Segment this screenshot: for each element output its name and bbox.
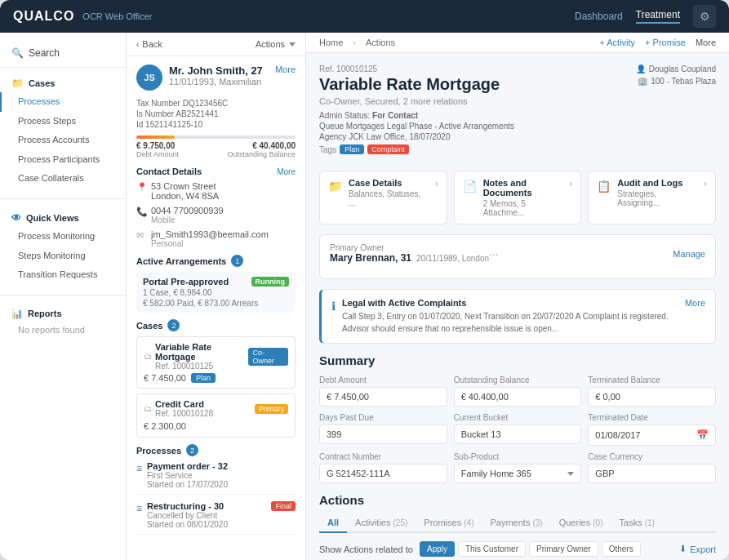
filter-primary-owner[interactable]: Primary Owner (529, 541, 598, 557)
summary-value-1: € 40.400,00 (454, 387, 582, 407)
summary-label-2: Terminated Balance (588, 376, 716, 384)
process-info-0: Payment order - 32 First Service Started… (147, 461, 228, 489)
case-row-header-0: 🗂 Variable Rate Mortgage Ref. 100010125 … (144, 342, 288, 371)
arrangements-count: 1 (231, 255, 243, 267)
owner-dots-button[interactable]: ··· (489, 247, 499, 260)
progress-labels: € 9.750,00 Debt Amount € 40.400,00 Outst… (136, 141, 296, 158)
back-button[interactable]: ‹ Back (136, 39, 162, 49)
reports-section: 📊 Reports No reports found (0, 299, 126, 344)
tab-promises[interactable]: Promises (4) (416, 513, 482, 533)
agency-info: Agency JCK Law Office, 18/07/2020 (319, 132, 636, 141)
owner-manage-button[interactable]: Manage (673, 249, 705, 259)
debt-amount-label: € 9.750,00 Debt Amount (136, 141, 179, 158)
nav-dashboard[interactable]: Dashboard (575, 11, 623, 22)
quick-views-icon: 👁 (11, 212, 21, 224)
more-button[interactable]: More (696, 38, 716, 47)
summary-value-4: Bucket 13 (454, 424, 582, 444)
summary-field-5: Terminated Date 01/08/2017 📅 (588, 413, 716, 446)
sidebar-item-steps-monitoring[interactable]: Steps Monitoring (0, 247, 126, 266)
case-meta-right: 👤 Douglas Coupland 🏢 100 - Tebas Plaza (636, 64, 716, 86)
search-area[interactable]: 🔍 Search (0, 42, 126, 68)
tab-all[interactable]: All (319, 513, 347, 533)
sidebar-item-processes[interactable]: Processes (0, 92, 126, 112)
case-amount-0: € 7.450,00 (144, 373, 186, 383)
arrangement-badge: Running (251, 277, 290, 287)
promise-button[interactable]: + Promise (645, 38, 686, 47)
filter-apply[interactable]: Apply (420, 541, 455, 557)
summary-title: Summary (319, 353, 716, 367)
contact-phone: 0044 7700900939 Mobile (151, 206, 224, 224)
info-card-0[interactable]: 📁 Case Details Balances, Statuses, ... › (319, 171, 447, 224)
panel-actions-button[interactable]: Actions (256, 39, 296, 49)
contact-details-more[interactable]: More (277, 167, 296, 176)
breadcrumb-actions[interactable]: Actions (366, 38, 395, 47)
case-item-0[interactable]: 🗂 Variable Rate Mortgage Ref. 100010125 … (136, 336, 296, 389)
middle-panel-body: JS Mr. John Smith, 27 11/01/1993, Maximi… (127, 56, 305, 560)
divider-2 (0, 295, 126, 296)
tab-tasks[interactable]: Tasks (1) (611, 513, 663, 533)
strategy-more-button[interactable]: More (685, 298, 705, 308)
case-ref: Ref. 100010125 (319, 64, 636, 73)
sidebar-item-process-participants[interactable]: Process Participants (0, 150, 126, 170)
filter-this-customer[interactable]: This Customer (458, 541, 526, 557)
info-card-2[interactable]: 📋 Audit and Logs Strategies, Assigning..… (588, 171, 716, 224)
address-line2: London, W4 8SA (151, 191, 219, 201)
contact-more-link[interactable]: More (275, 64, 296, 74)
tab-activities[interactable]: Activities (25) (347, 513, 416, 533)
info-card-text-2: Audit and Logs Strategies, Assigning... (617, 178, 697, 207)
activity-button[interactable]: + Activity (599, 38, 635, 47)
strategy-row: ℹ Legal with Active Complaints Call Step… (331, 298, 705, 335)
audit-icon: 📋 (597, 180, 611, 193)
export-button[interactable]: ⬇ Export (679, 544, 716, 554)
settings-gear-icon[interactable]: ⚙ (693, 5, 716, 28)
strategy-title: Legal with Active Complaints (342, 298, 678, 308)
nav-treatment[interactable]: Treatment (636, 9, 680, 24)
topnav: QUALCO OCR Web Officer Dashboard Treatme… (0, 0, 729, 33)
process-started-1: Started on 08/01/2020 (147, 520, 296, 529)
sidebar-item-transition-requests[interactable]: Transition Requests (0, 265, 126, 285)
breadcrumb-sep: › (353, 38, 356, 47)
case-item-1[interactable]: 🗂 Credit Card Ref. 100010128 Primary € 2… (136, 393, 296, 438)
sidebar-item-process-monitoring[interactable]: Process Monitoring (0, 227, 126, 247)
dropdown-chevron-icon (567, 472, 574, 476)
process-item-1: ≡ Restructuring - 30 Final Cancelled by … (136, 501, 296, 535)
info-card-title-1: Notes and Documents (483, 178, 563, 198)
debt-progress: € 9.750,00 Debt Amount € 40.400,00 Outst… (136, 136, 296, 158)
case-plan-badge-0: Plan (191, 373, 216, 383)
owner-info: Primary Owner Mary Brennan, 31 20/11/198… (330, 243, 489, 264)
cases-title: Cases (136, 321, 162, 331)
no-reports-text: No reports found (0, 322, 126, 337)
assignee-name: Douglas Coupland (649, 64, 716, 73)
summary-field-3: Days Past Due 399 (319, 413, 447, 446)
arrangements-header: Active Arrangements 1 (136, 255, 296, 267)
summary-field-6: Contract Number G 521452-111A (319, 452, 447, 483)
info-card-sub-0: Balances, Statuses, ... (349, 189, 429, 207)
calendar-icon: 📅 (696, 429, 709, 441)
phone-number: 0044 7700900939 (151, 206, 224, 216)
queue-info: Queue Mortgages Legal Phase - Active Arr… (319, 122, 636, 131)
info-card-chevron-1: › (569, 178, 572, 189)
processes-header: Processes 2 (136, 444, 296, 456)
tab-payments[interactable]: Payments (3) (482, 513, 550, 533)
location-name: 100 - Tebas Plaza (651, 77, 716, 86)
summary-field-1: Outstanding Balance € 40.400,00 (454, 376, 582, 407)
middle-panel-header: ‹ Back Actions (127, 33, 305, 56)
info-card-title-2: Audit and Logs (617, 178, 697, 188)
case-subtitle: Co-Owner, Secured, 2 more relations (319, 96, 636, 106)
owner-dob: 20/11/1989, London (416, 254, 489, 263)
breadcrumb-home[interactable]: Home (319, 38, 343, 47)
actions-chevron-icon (289, 42, 296, 47)
sidebar-item-process-steps[interactable]: Process Steps (0, 112, 126, 131)
filter-others[interactable]: Others (602, 541, 641, 557)
sidebar-item-case-collaterals[interactable]: Case Collaterals (0, 169, 126, 189)
admin-status: Admin Status: For Contact (319, 111, 636, 120)
tag-complaint: Complaint (367, 144, 409, 154)
phone-icon: 📞 (136, 207, 146, 217)
process-name-0: Payment order - 32 (147, 461, 228, 471)
info-card-1[interactable]: 📄 Notes and Documents 2 Memos, 5 Attachm… (454, 171, 582, 224)
cases-title: Cases (29, 78, 55, 88)
summary-value-2: € 0,00 (588, 387, 716, 407)
sidebar-item-process-accounts[interactable]: Process Accounts (0, 131, 126, 150)
tab-queries[interactable]: Queries (0) (551, 513, 611, 533)
topnav-right: Dashboard Treatment ⚙ (575, 5, 716, 28)
